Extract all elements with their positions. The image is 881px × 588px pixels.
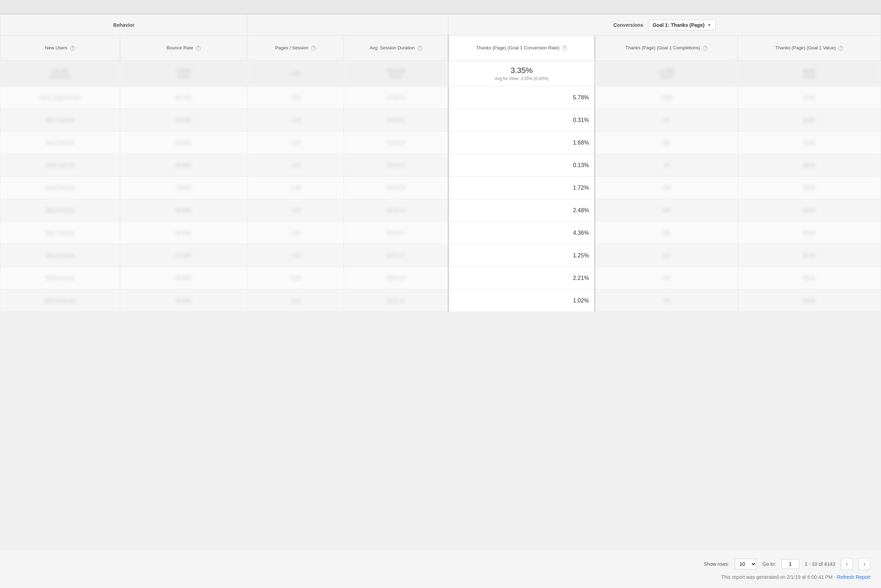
page-info: 1 - 10 of 4143 bbox=[805, 561, 835, 567]
top-bar bbox=[0, 0, 881, 14]
row-6-conv-rate: 4.36% bbox=[448, 222, 595, 244]
table-row: Row 7 blurred 50.06% 1.00 00:01:47 4.36%… bbox=[0, 222, 881, 244]
behavior-header: Behavior bbox=[0, 15, 247, 36]
table-row: Row 4 blurred 60.06% 1.00 00:01:04 0.13%… bbox=[0, 154, 881, 177]
summary-value: $0.00 blurred bbox=[738, 61, 881, 86]
row-2-conv-rate: 1.68% bbox=[448, 132, 595, 154]
bounce-rate-help-icon[interactable]: ? bbox=[196, 46, 201, 51]
pages-session-col-header: Pages / Session ? bbox=[247, 36, 344, 61]
summary-bounce-rate: 75.80% blurred bbox=[120, 61, 247, 86]
main-table: Behavior Conversions Goal 1: Thanks (Pag… bbox=[0, 14, 881, 312]
table-row: Row 1 data blurred 56.13% 1.00 00:00:00 … bbox=[0, 86, 881, 109]
table-row: Row 6 blurred 60.06% 1.00 00:01:47 2.48%… bbox=[0, 199, 881, 222]
new-users-col-header: New Users ? bbox=[0, 36, 120, 61]
pagination-row: Show rows: 10 25 50 100 Go to: 1 - 10 of… bbox=[10, 558, 871, 570]
report-footer: This report was generated on 2/1/19 at 6… bbox=[10, 574, 871, 580]
summary-completions: 12,468 blurred bbox=[595, 61, 738, 86]
table-container: Behavior Conversions Goal 1: Thanks (Pag… bbox=[0, 14, 881, 549]
value-help-icon[interactable]: ? bbox=[838, 46, 843, 51]
prev-page-button[interactable]: ‹ bbox=[841, 558, 853, 570]
summary-new-users: 123,456 blurred data bbox=[0, 61, 120, 86]
header-row-columns: New Users ? Bounce Rate ? Pages / Sessio… bbox=[0, 36, 881, 61]
avg-session-col-header: Avg. Session Duration ? bbox=[344, 36, 448, 61]
pages-session-help-icon[interactable]: ? bbox=[311, 46, 316, 51]
goto-label: Go to: bbox=[762, 561, 776, 567]
table-row: Row 9 blurred 65.06% 2.00 00:01:47 2.21%… bbox=[0, 267, 881, 290]
conv-rate-col-header: Thanks (Page) (Goal 1 Conversion Rate) ? bbox=[448, 36, 595, 61]
table-row: Row 5 blurred 70.00% 1.00 00:01:04 1.72%… bbox=[0, 177, 881, 199]
row-9-conv-rate: 1.02% bbox=[448, 290, 595, 312]
summary-pages: 1.52 bbox=[247, 61, 344, 86]
show-rows-label: Show rows: bbox=[704, 561, 729, 567]
row-5-conv-rate: 2.48% bbox=[448, 199, 595, 222]
table-row: Row 10 blurred 50.06% 1.00 00:01:47 1.02… bbox=[0, 290, 881, 312]
summary-conv-rate: 3.35% Avg for View: 3.35% (0.00%) bbox=[448, 61, 595, 86]
conv-rate-help-icon[interactable]: ? bbox=[562, 46, 567, 51]
avg-session-help-icon[interactable]: ? bbox=[418, 46, 423, 51]
row-8-conv-rate: 2.21% bbox=[448, 267, 595, 290]
bounce-rate-col-header: Bounce Rate ? bbox=[120, 36, 247, 61]
table-row: Row 3 blurred 66.06% 1.20 00:01:34 1.68%… bbox=[0, 132, 881, 154]
row-7-conv-rate: 1.25% bbox=[448, 244, 595, 267]
value-col-header: Thanks (Page) (Goal 1 Value) ? bbox=[738, 36, 881, 61]
next-page-button[interactable]: › bbox=[859, 558, 871, 570]
new-users-help-icon[interactable]: ? bbox=[70, 46, 75, 51]
header-row-section: Behavior Conversions Goal 1: Thanks (Pag… bbox=[0, 15, 881, 36]
goal-selector[interactable]: Goal 1: Thanks (Page) ▼ bbox=[648, 20, 716, 30]
row-1-conv-rate: 0.31% bbox=[448, 109, 595, 132]
row-0-conv-rate: 5.78% bbox=[448, 86, 595, 109]
refresh-report-link[interactable]: Refresh Report bbox=[837, 574, 871, 580]
dropdown-arrow-icon: ▼ bbox=[707, 23, 711, 27]
row-3-conv-rate: 0.13% bbox=[448, 154, 595, 177]
row-4-conv-rate: 1.72% bbox=[448, 177, 595, 199]
footer: Show rows: 10 25 50 100 Go to: 1 - 10 of… bbox=[0, 549, 881, 588]
summary-avgsession: 00:01:56 blurred bbox=[344, 61, 448, 86]
conversions-header: Conversions Goal 1: Thanks (Page) ▼ bbox=[448, 15, 881, 36]
completions-help-icon[interactable]: ? bbox=[703, 46, 708, 51]
goto-input[interactable] bbox=[782, 559, 799, 569]
behavior-extra-header bbox=[247, 15, 448, 36]
page-wrapper: Behavior Conversions Goal 1: Thanks (Pag… bbox=[0, 0, 881, 588]
completions-col-header: Thanks (Page) (Goal 1 Completions) ? bbox=[595, 36, 738, 61]
table-row: Row 2 blurred 64.06% 1.29 00:00:01 0.31%… bbox=[0, 109, 881, 132]
rows-select[interactable]: 10 25 50 100 bbox=[735, 559, 757, 569]
table-row: Row 8 blurred 55.06% 1.00 00:01:47 1.25%… bbox=[0, 244, 881, 267]
summary-row: 123,456 blurred data 75.80% blurred 1.52… bbox=[0, 61, 881, 86]
